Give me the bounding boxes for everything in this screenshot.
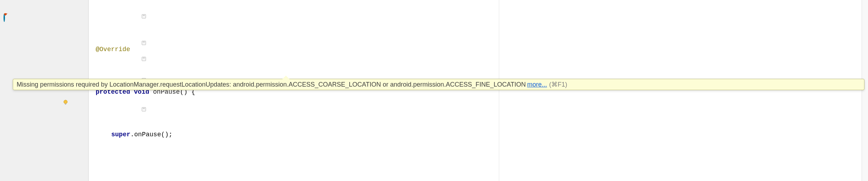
annotation: @Override <box>96 46 130 53</box>
code-content[interactable]: @Override protected void onPause() { sup… <box>89 0 862 181</box>
code-editor[interactable]: @Override protected void onPause() { sup… <box>0 0 868 181</box>
gutter <box>0 0 89 181</box>
right-margin-line <box>499 0 499 181</box>
inspection-tooltip: Missing permissions required by Location… <box>13 79 864 90</box>
keyword-super: super <box>111 131 130 138</box>
scrollbar[interactable] <box>862 0 868 181</box>
tooltip-text: Missing permissions required by Location… <box>17 81 526 88</box>
intention-bulb-icon[interactable] <box>62 99 69 106</box>
tooltip-shortcut: (⌘F1) <box>549 81 567 88</box>
svg-rect-1 <box>65 104 66 105</box>
override-up-icon[interactable] <box>4 14 10 21</box>
svg-point-0 <box>64 100 67 104</box>
tooltip-more-link[interactable]: more... <box>527 81 547 88</box>
code-text: .onPause(); <box>130 131 173 138</box>
